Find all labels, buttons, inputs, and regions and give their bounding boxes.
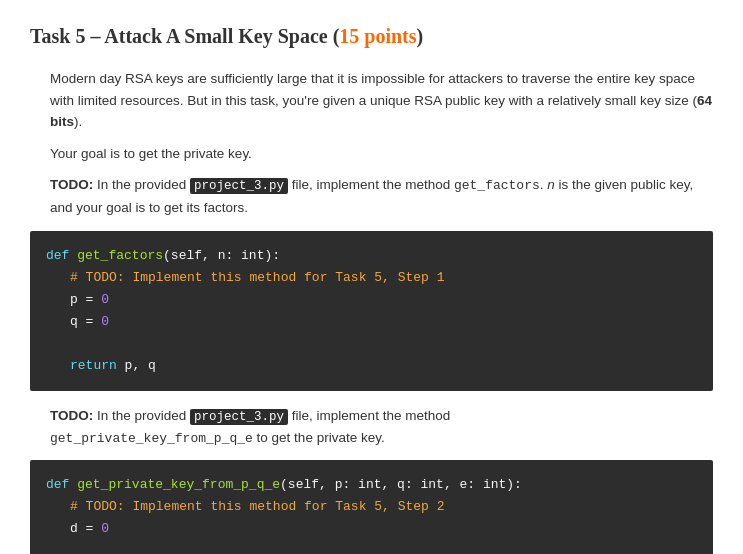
todo1-label: TODO: [50, 177, 93, 192]
description-para1: Modern day RSA keys are sufficiently lar… [50, 68, 713, 133]
todo2-method: get_private_key_from_p_q_e [50, 431, 253, 446]
code-line-1: def get_factors(self, n: int): [46, 245, 697, 267]
func-params-1: (self, n: int): [163, 248, 280, 263]
code-line-4: q = 0 [46, 311, 697, 333]
func-name-2: get_private_key_from_p_q_e [77, 477, 280, 492]
todo2-block: TODO: In the provided project_3.py file,… [30, 405, 713, 450]
description-block: Modern day RSA keys are sufficiently lar… [30, 68, 713, 219]
title-end: ) [417, 25, 424, 47]
keyword-def-1: def [46, 248, 77, 263]
code-line-blank-1 [46, 333, 697, 355]
code-line-8: d = 0 [46, 518, 697, 540]
code-line-blank-2 [46, 540, 697, 554]
code-line-2: # TODO: Implement this method for Task 5… [46, 267, 697, 289]
func-params-2: (self, p: int, q: int, e: int): [280, 477, 522, 492]
code-line-5: return p, q [46, 355, 697, 377]
code-line-7: # TODO: Implement this method for Task 5… [46, 496, 697, 518]
code-block-2: def get_private_key_from_p_q_e(self, p: … [30, 460, 713, 554]
page-title: Task 5 – Attack A Small Key Space (15 po… [30, 20, 713, 52]
code-line-6: def get_private_key_from_p_q_e(self, p: … [46, 474, 697, 496]
todo2-label: TODO: [50, 408, 93, 423]
code-line-3: p = 0 [46, 289, 697, 311]
project-file-1: project_3.py [190, 178, 288, 194]
title-text: Task 5 – Attack A Small Key Space ( [30, 25, 339, 47]
todo2-para: TODO: In the provided project_3.py file,… [50, 405, 713, 450]
func-name-1: get_factors [77, 248, 163, 263]
var-q: q [70, 314, 86, 329]
code-comment-1: # TODO: Implement this method for Task 5… [46, 270, 444, 285]
description-para2: Your goal is to get the private key. [50, 143, 713, 165]
code-block-1: def get_factors(self, n: int): # TODO: I… [30, 231, 713, 392]
description-todo1: TODO: In the provided project_3.py file,… [50, 174, 713, 218]
code-comment-2: # TODO: Implement this method for Task 5… [46, 499, 444, 514]
var-d: d [70, 521, 86, 536]
title-points: 15 points [339, 25, 416, 47]
project-file-2: project_3.py [190, 409, 288, 425]
keyword-def-2: def [46, 477, 77, 492]
var-p: p [70, 292, 86, 307]
